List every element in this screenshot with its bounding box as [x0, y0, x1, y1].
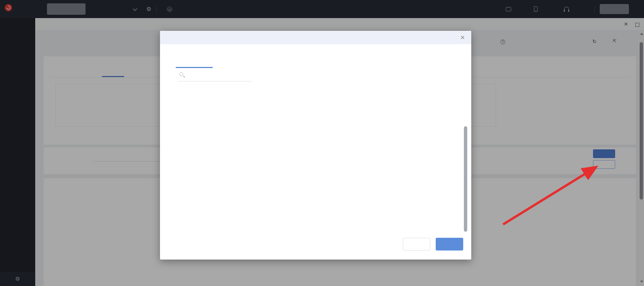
save-button[interactable] [436, 238, 463, 251]
cancel-button[interactable] [403, 238, 430, 251]
modal-header: ✕ [160, 31, 471, 44]
search-underline [178, 81, 253, 81]
condition-list [160, 84, 471, 222]
modal-scrollbar-thumb[interactable] [464, 126, 467, 232]
app-window: ⚙ ⚙ ✕ ? ↻ ⇱ [0, 0, 644, 286]
modal-close-icon[interactable]: ✕ [460, 34, 465, 41]
layout-settings-modal: ✕ [160, 31, 471, 260]
active-tab-underline [176, 67, 213, 68]
search-icon [179, 72, 183, 76]
